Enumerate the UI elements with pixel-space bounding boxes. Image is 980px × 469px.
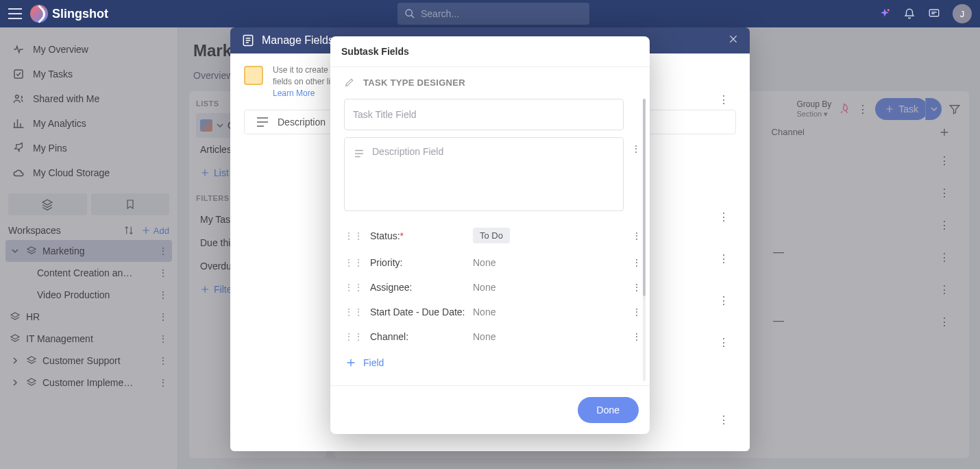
field-channel[interactable]: ⋮⋮ Channel: None ⋮	[344, 324, 624, 349]
subtask-modal-title: Subtask Fields	[330, 36, 650, 67]
field-more-icon[interactable]: ⋮	[632, 331, 641, 342]
field-start-due-date[interactable]: ⋮⋮ Start Date - Due Date: None ⋮	[344, 300, 624, 324]
user-avatar[interactable]: J	[953, 4, 972, 23]
drag-handle-icon[interactable]: ⋮⋮	[344, 257, 363, 268]
app-name: Slingshot	[52, 7, 108, 21]
description-field-label: Description	[278, 117, 326, 128]
global-search[interactable]	[397, 3, 589, 25]
drag-handle-icon[interactable]: ⋮⋮	[344, 230, 363, 241]
manage-fields-title: Manage Fields	[262, 34, 334, 47]
task-title-field[interactable]: Task Title Field	[344, 99, 624, 130]
field-more-icon[interactable]: ⋮	[718, 211, 729, 224]
bell-icon[interactable]	[903, 8, 916, 20]
subtask-fields-modal: Subtask Fields TASK TYPE DESIGNER Task T…	[330, 36, 650, 434]
field-priority[interactable]: ⋮⋮ Priority: None ⋮	[344, 250, 624, 275]
drag-handle-icon[interactable]: ⋮⋮	[344, 306, 363, 317]
field-more-icon[interactable]: ⋮	[718, 252, 729, 265]
field-more-icon[interactable]: ⋮	[632, 306, 641, 317]
lines-icon	[353, 147, 365, 160]
hamburger-icon[interactable]	[8, 8, 22, 19]
clipboard-icon	[244, 66, 263, 85]
svg-point-1	[887, 9, 890, 11]
field-more-icon[interactable]: ⋮	[632, 257, 641, 268]
plus-icon	[345, 357, 356, 368]
field-more-icon[interactable]: ⋮	[632, 282, 641, 293]
designer-label: TASK TYPE DESIGNER	[363, 77, 465, 88]
pencil-icon	[344, 77, 355, 88]
app-logo[interactable]: Slingshot	[30, 5, 108, 23]
drag-handle-icon[interactable]: ⋮⋮	[344, 331, 363, 342]
learn-more-link[interactable]: Learn More	[273, 88, 315, 98]
logo-icon	[30, 5, 48, 23]
field-more-icon[interactable]: ⋮	[718, 413, 729, 426]
svg-point-0	[406, 10, 412, 16]
search-input[interactable]	[421, 8, 583, 19]
field-more-icon[interactable]: ⋮	[631, 143, 641, 154]
scrollbar[interactable]	[643, 99, 646, 381]
field-more-icon[interactable]: ⋮	[718, 93, 729, 106]
drag-handle-icon[interactable]: ⋮⋮	[344, 282, 363, 293]
field-more-icon[interactable]: ⋮	[718, 294, 729, 307]
search-icon	[404, 8, 415, 19]
top-bar: Slingshot J	[0, 0, 980, 27]
field-assignee[interactable]: ⋮⋮ Assignee: None ⋮	[344, 275, 624, 300]
sparkle-icon[interactable]	[879, 8, 891, 20]
add-field[interactable]: Field	[344, 349, 624, 376]
fields-icon	[241, 34, 255, 47]
field-more-icon[interactable]: ⋮	[718, 336, 729, 349]
svg-rect-2	[929, 10, 939, 16]
chat-icon[interactable]	[928, 8, 940, 20]
manage-fields-info: Use it to create t fields on other lis L…	[273, 64, 334, 99]
field-more-icon[interactable]: ⋮	[632, 230, 641, 241]
close-icon[interactable]	[728, 34, 739, 47]
description-field[interactable]: Description Field ⋮	[344, 137, 624, 211]
done-button[interactable]: Done	[578, 397, 639, 423]
lines-icon	[254, 114, 271, 130]
field-status[interactable]: ⋮⋮ Status:* To Do ⋮	[344, 221, 624, 250]
